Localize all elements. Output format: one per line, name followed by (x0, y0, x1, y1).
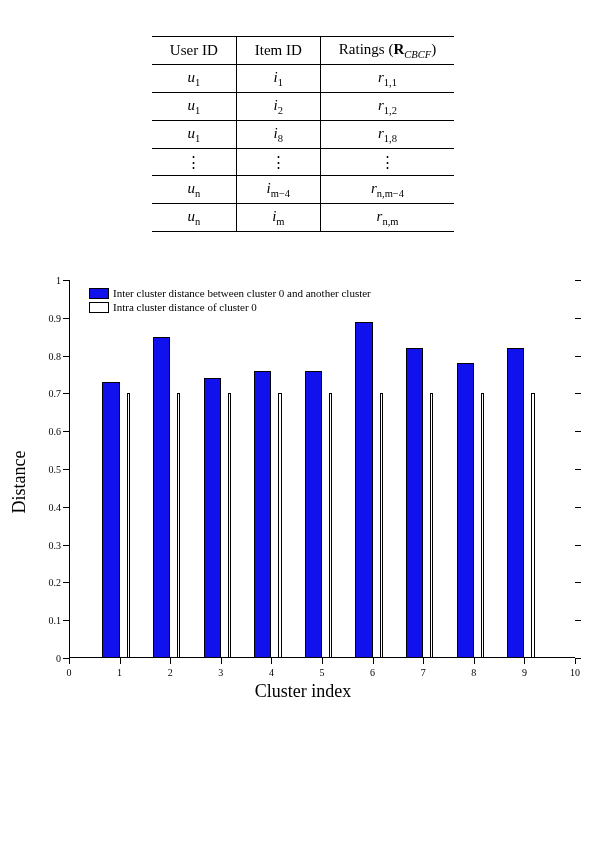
bar-intra (278, 393, 281, 658)
x-tick (524, 658, 525, 664)
bar-intra (531, 393, 534, 658)
bar-intra (380, 393, 383, 658)
x-tick-label: 1 (117, 667, 122, 678)
x-tick (271, 658, 272, 664)
y-tick-label: 0.8 (49, 350, 62, 361)
bar-intra (127, 393, 130, 658)
table-row-vdots: ⋮⋮⋮ (152, 149, 454, 176)
bar-intra (228, 393, 231, 658)
col-ratings: Ratings (RCBCF) (320, 37, 454, 65)
legend-item-inter: Inter cluster distance between cluster 0… (89, 286, 371, 300)
y-tick-label: 0.2 (49, 577, 62, 588)
y-tick-right (575, 582, 581, 583)
ratings-R: R (393, 41, 404, 57)
x-tick (120, 658, 121, 664)
legend-item-intra: Intra cluster distance of cluster 0 (89, 300, 371, 314)
x-tick-label: 3 (218, 667, 223, 678)
legend: Inter cluster distance between cluster 0… (89, 286, 371, 314)
plot-area: Inter cluster distance between cluster 0… (69, 280, 575, 658)
bar-inter (457, 363, 474, 658)
bar-inter (254, 371, 271, 658)
y-tick-label: 0.4 (49, 501, 62, 512)
x-axis-label: Cluster index (255, 681, 352, 702)
legend-text-intra: Intra cluster distance of cluster 0 (113, 300, 257, 314)
y-tick (63, 545, 69, 546)
bar-inter (355, 322, 372, 658)
db-table: User ID Item ID Ratings (RCBCF) u1 i1 r1… (152, 36, 454, 232)
legend-swatch-icon (89, 302, 109, 313)
x-tick-label: 4 (269, 667, 274, 678)
y-tick-label: 0.3 (49, 539, 62, 550)
y-tick (63, 507, 69, 508)
x-tick (69, 658, 70, 664)
x-tick (322, 658, 323, 664)
y-tick (63, 620, 69, 621)
y-tick (63, 280, 69, 281)
table-row: un im rn,m (152, 204, 454, 232)
x-tick-label: 8 (471, 667, 476, 678)
y-tick-label: 0.6 (49, 426, 62, 437)
table-header-row: User ID Item ID Ratings (RCBCF) (152, 37, 454, 65)
legend-swatch-icon (89, 288, 109, 299)
y-tick-right (575, 469, 581, 470)
bar-inter (102, 382, 119, 658)
y-axis-line (69, 280, 70, 658)
bar-intra (329, 393, 332, 658)
y-tick-right (575, 318, 581, 319)
table-caption (20, 10, 586, 28)
col-user-id: User ID (152, 37, 236, 65)
x-tick-label: 6 (370, 667, 375, 678)
bar-inter (406, 348, 423, 658)
y-tick-right (575, 393, 581, 394)
y-tick-right (575, 507, 581, 508)
x-tick-label: 10 (570, 667, 580, 678)
y-tick-label: 0.7 (49, 388, 62, 399)
bar-inter (507, 348, 524, 658)
y-tick-right (575, 545, 581, 546)
x-tick-label: 0 (67, 667, 72, 678)
bar-intra (430, 393, 433, 658)
db-table-wrap: User ID Item ID Ratings (RCBCF) u1 i1 r1… (20, 36, 586, 232)
x-tick (474, 658, 475, 664)
y-tick-right (575, 431, 581, 432)
y-tick (63, 582, 69, 583)
bar-inter (204, 378, 221, 658)
y-tick-label: 0.9 (49, 312, 62, 323)
ratings-label-text: Ratings (339, 41, 385, 57)
y-tick (63, 393, 69, 394)
bar-inter (305, 371, 322, 658)
ratings-subscript: CBCF (404, 49, 431, 60)
x-tick (423, 658, 424, 664)
col-item-id: Item ID (236, 37, 320, 65)
y-tick-label: 0.5 (49, 464, 62, 475)
y-tick-right (575, 620, 581, 621)
y-axis-label: Distance (9, 451, 30, 514)
table-row: u1 i2 r1,2 (152, 93, 454, 121)
bar-chart: Distance Cluster index Inter cluster dis… (23, 272, 583, 692)
bar-inter (153, 337, 170, 658)
x-tick-label: 7 (421, 667, 426, 678)
y-tick (63, 469, 69, 470)
y-tick (63, 356, 69, 357)
bar-intra (177, 393, 180, 658)
table-row: u1 i1 r1,1 (152, 65, 454, 93)
table-row: un im−4 rn,m−4 (152, 176, 454, 204)
x-tick (221, 658, 222, 664)
legend-text-inter: Inter cluster distance between cluster 0… (113, 286, 371, 300)
x-tick-label: 9 (522, 667, 527, 678)
y-tick-right (575, 356, 581, 357)
x-tick-label: 5 (320, 667, 325, 678)
x-tick-label: 2 (168, 667, 173, 678)
x-tick (575, 658, 576, 664)
table-row: u1 i8 r1,8 (152, 121, 454, 149)
y-tick-label: 1 (56, 275, 61, 286)
bar-intra (481, 393, 484, 658)
y-tick-right (575, 280, 581, 281)
y-tick-label: 0.1 (49, 615, 62, 626)
y-tick-label: 0 (56, 653, 61, 664)
y-tick (63, 318, 69, 319)
x-tick (170, 658, 171, 664)
y-tick (63, 431, 69, 432)
x-tick (373, 658, 374, 664)
